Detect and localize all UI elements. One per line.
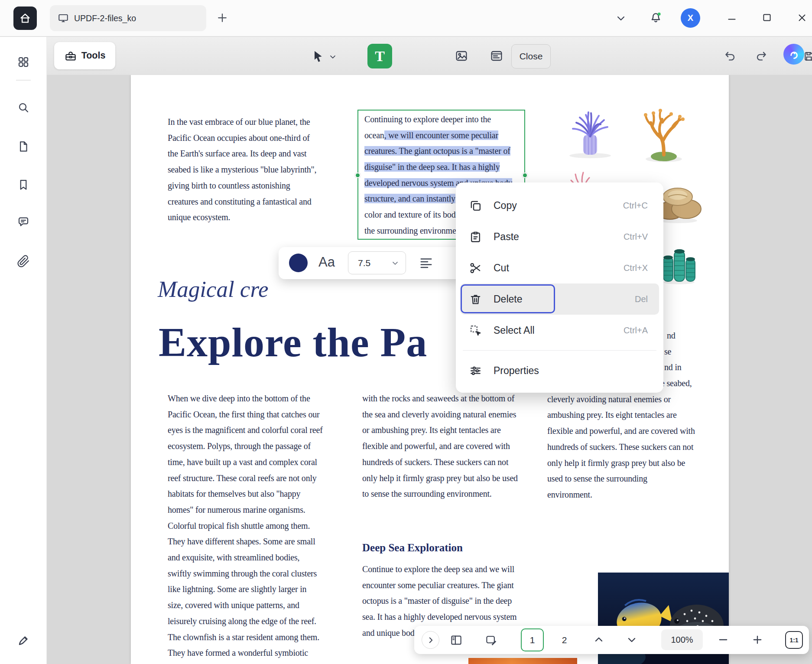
- left-sidebar: [0, 37, 47, 664]
- right-column-line: used to sense the surrounding: [547, 471, 712, 487]
- thumbnail-panel-button[interactable]: [450, 634, 463, 647]
- bottom-toolbar: 1 2 100% 1:1: [414, 626, 809, 654]
- textbox-line: creatures. The giant octopus is a "maste…: [364, 143, 518, 159]
- menu-item-cut[interactable]: Cut Ctrl+X: [460, 252, 659, 283]
- close-edit-button[interactable]: Close: [511, 44, 551, 68]
- properties-icon: [469, 364, 482, 378]
- menu-item-delete[interactable]: Delete Del: [460, 283, 659, 315]
- menu-item-label: Properties: [494, 365, 539, 377]
- textbox-line: Continuing to explore deeper into the: [364, 111, 518, 127]
- tools-button[interactable]: Tools: [54, 42, 115, 69]
- page-button-2[interactable]: 2: [553, 628, 576, 651]
- right-column-line: flexible and powerful, and are covered w…: [547, 423, 712, 439]
- textbox-line: ocean, we will encounter some peculiar: [364, 127, 518, 143]
- image-icon: [455, 49, 468, 63]
- deep-sea-heading[interactable]: Deep Sea Exploration: [362, 542, 463, 554]
- menu-item-select-all[interactable]: Select All Ctrl+A: [460, 315, 659, 346]
- minimize-icon: [726, 13, 737, 25]
- maximize-button[interactable]: [761, 12, 773, 23]
- chevron-down-icon: [615, 12, 627, 24]
- expand-bar-button[interactable]: [422, 631, 439, 649]
- orange-coral-image[interactable]: [629, 104, 699, 163]
- text-tool-button[interactable]: T: [367, 44, 392, 68]
- cursor-icon: [312, 50, 324, 64]
- format-toolbar: Aa 7.5: [279, 247, 461, 279]
- annotation-icon: [485, 634, 498, 647]
- font-size-select[interactable]: 7.5: [348, 251, 406, 274]
- minimize-button[interactable]: [726, 13, 737, 25]
- menu-item-copy[interactable]: Copy Ctrl+C: [460, 190, 659, 221]
- menu-item-label: Paste: [494, 231, 519, 243]
- document-tab[interactable]: UPDF-2-files_ko: [50, 5, 206, 31]
- search-icon: [17, 101, 30, 114]
- script-heading[interactable]: Magical cre: [158, 276, 269, 302]
- page-button-1[interactable]: 1: [521, 628, 544, 651]
- annotation-button[interactable]: [485, 634, 498, 647]
- zoom-level[interactable]: 100%: [661, 629, 703, 650]
- sidebar-divider: [16, 80, 31, 81]
- new-tab-button[interactable]: [216, 11, 229, 24]
- image-tool-button[interactable]: [455, 49, 468, 63]
- octopus-paragraph[interactable]: with the rocks and seaweeds at the botto…: [362, 391, 518, 502]
- undo-button[interactable]: [724, 49, 737, 62]
- font-style-button[interactable]: Aa: [318, 254, 335, 270]
- bookmark-icon: [17, 178, 30, 191]
- font-size-value: 7.5: [358, 258, 370, 268]
- close-window-button[interactable]: [796, 12, 808, 23]
- form-tool-button[interactable]: [490, 49, 503, 63]
- paste-icon: [469, 230, 482, 244]
- selection-handle-right[interactable]: [522, 173, 528, 178]
- clownfish-photo-edge[interactable]: [468, 658, 577, 664]
- coral-paragraph[interactable]: When we dive deep into the bottom of the…: [168, 391, 323, 664]
- comments-button[interactable]: [17, 215, 30, 228]
- tab-list-button[interactable]: [615, 12, 627, 24]
- tab-title: UPDF-2-files_ko: [74, 13, 136, 23]
- right-column-line: environment.: [547, 487, 712, 503]
- text-color-swatch[interactable]: [289, 254, 308, 272]
- page-thumbnails-button[interactable]: [17, 140, 30, 153]
- menu-item-shortcut: Ctrl+X: [624, 263, 648, 273]
- redo-button[interactable]: [755, 49, 768, 62]
- plus-icon: [751, 634, 763, 646]
- signature-pen-icon: [17, 633, 30, 647]
- bell-icon: [649, 11, 663, 25]
- main-toolbar: Tools T: [47, 37, 812, 75]
- account-avatar[interactable]: X: [681, 8, 700, 28]
- pointer-dropdown-chevron-icon[interactable]: [328, 52, 337, 61]
- home-button[interactable]: [13, 7, 37, 30]
- menu-item-shortcut: Ctrl+C: [623, 201, 648, 211]
- page-up-button[interactable]: [593, 634, 605, 646]
- textbox-line: disguise" in the deep sea. It has a high…: [364, 159, 518, 175]
- zoom-in-button[interactable]: [751, 634, 763, 646]
- pointer-tool-button[interactable]: [312, 46, 355, 68]
- intro-paragraph[interactable]: In the vast embrace of our blue planet, …: [168, 114, 322, 225]
- titlebar: UPDF-2-files_ko X: [0, 0, 812, 36]
- actual-size-button[interactable]: 1:1: [785, 631, 803, 649]
- bookmarks-button[interactable]: [17, 178, 30, 191]
- chevron-down-icon: [391, 259, 400, 267]
- right-column-line: ambushing prey. Its eight tentacles are: [547, 407, 712, 423]
- menu-item-shortcut: Del: [635, 294, 648, 304]
- anemone-image[interactable]: [559, 110, 621, 159]
- attachments-button[interactable]: [17, 255, 30, 268]
- menu-item-label: Select All: [494, 325, 535, 336]
- right-column-line: only help it firmly grasp prey but also …: [547, 455, 712, 471]
- menu-divider: [463, 350, 656, 351]
- chevron-right-icon: [426, 635, 435, 645]
- apps-grid-button[interactable]: [17, 55, 30, 68]
- zoom-out-button[interactable]: [717, 634, 729, 646]
- menu-item-paste[interactable]: Paste Ctrl+V: [460, 221, 659, 252]
- thumbnail-panel-icon: [450, 634, 463, 647]
- ai-assistant-button[interactable]: [783, 44, 804, 65]
- page-down-button[interactable]: [626, 634, 638, 646]
- display-heading[interactable]: Explore the Pa: [159, 319, 427, 366]
- align-button[interactable]: [419, 256, 433, 270]
- selection-handle-left[interactable]: [355, 173, 361, 178]
- menu-item-properties[interactable]: Properties: [460, 355, 659, 386]
- search-button[interactable]: [17, 101, 30, 114]
- plus-icon: [216, 11, 229, 24]
- signature-button[interactable]: [17, 633, 30, 646]
- notifications-button[interactable]: [649, 11, 663, 25]
- tube-coral-image[interactable]: [661, 247, 697, 285]
- context-menu: Copy Ctrl+C Paste Ctrl+V Cut Ctrl+X Dele…: [456, 182, 663, 393]
